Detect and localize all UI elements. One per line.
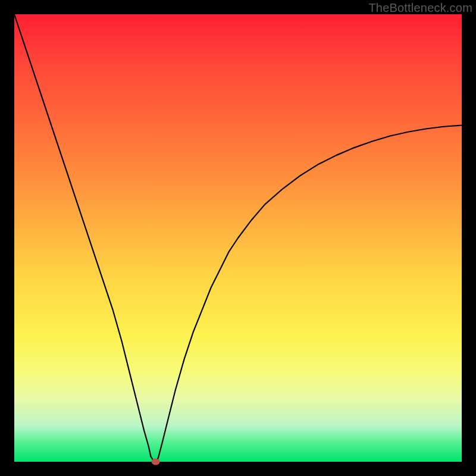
plot-area (14, 14, 462, 462)
bottleneck-curve (14, 14, 462, 462)
chart-frame: TheBottleneck.com (0, 0, 476, 476)
watermark-text: TheBottleneck.com (368, 1, 472, 15)
curve-layer (14, 14, 462, 462)
minimum-marker (152, 459, 160, 465)
